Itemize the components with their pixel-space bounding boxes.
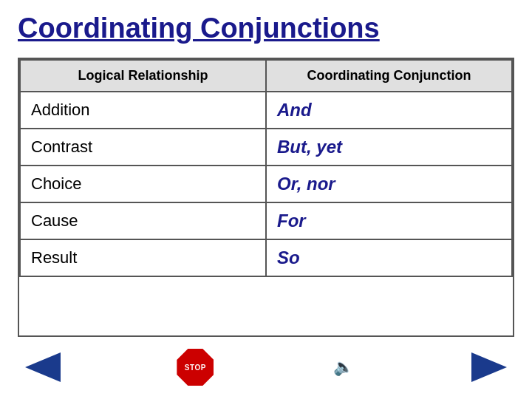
conjunction-cell: So [266,239,512,276]
logical-cell: Choice [20,166,266,202]
conjunctions-table-wrapper: Logical Relationship Coordinating Conjun… [18,58,514,337]
table-header-row: Logical Relationship Coordinating Conjun… [20,60,512,92]
page-title: Coordinating Conjunctions [18,13,514,44]
nav-forward-button[interactable] [471,352,507,382]
header-conjunction: Coordinating Conjunction [266,60,512,92]
nav-back-button[interactable] [25,352,61,382]
conjunction-cell: And [266,92,512,129]
bottom-bar: STOP 🔈 [18,347,514,387]
table-row: ChoiceOr, nor [20,166,512,202]
page: Coordinating Conjunctions Logical Relati… [0,0,532,399]
logical-cell: Result [20,239,266,276]
table-row: AdditionAnd [20,92,512,129]
logical-cell: Addition [20,92,266,129]
conjunction-cell: But, yet [266,129,512,166]
speaker-icon[interactable]: 🔈 [330,354,357,381]
logical-cell: Cause [20,202,266,239]
logical-cell: Contrast [20,129,266,166]
header-logical: Logical Relationship [20,60,266,92]
stop-octagon: STOP [177,349,214,386]
table-row: ResultSo [20,239,512,276]
table-row: CauseFor [20,202,512,239]
stop-sign: STOP [175,347,215,387]
conjunction-cell: Or, nor [266,166,512,202]
conjunctions-table: Logical Relationship Coordinating Conjun… [19,59,513,277]
stop-label: STOP [185,364,206,372]
table-row: ContrastBut, yet [20,129,512,166]
conjunction-cell: For [266,202,512,239]
